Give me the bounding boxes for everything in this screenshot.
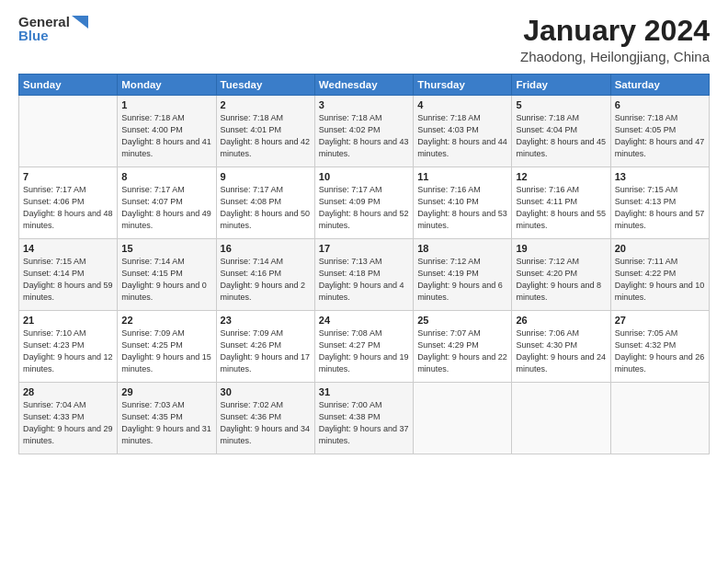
day-info: Sunrise: 7:14 AM Sunset: 4:15 PM Dayligh… xyxy=(121,256,211,304)
day-cell xyxy=(19,96,118,167)
day-info: Sunrise: 7:03 AM Sunset: 4:35 PM Dayligh… xyxy=(121,399,211,447)
day-info: Sunrise: 7:14 AM Sunset: 4:16 PM Dayligh… xyxy=(221,256,311,304)
day-cell: 19Sunrise: 7:12 AM Sunset: 4:20 PM Dayli… xyxy=(512,239,610,311)
week-row-1: 1Sunrise: 7:18 AM Sunset: 4:00 PM Daylig… xyxy=(19,96,710,167)
day-info: Sunrise: 7:17 AM Sunset: 4:09 PM Dayligh… xyxy=(319,184,409,232)
day-number: 26 xyxy=(516,315,606,326)
calendar-page: General Blue January 2024 Zhaodong, Heil… xyxy=(0,0,728,563)
day-number: 17 xyxy=(319,243,409,254)
logo: General Blue xyxy=(18,15,88,43)
month-title: January 2024 xyxy=(520,15,710,47)
day-cell: 30Sunrise: 7:02 AM Sunset: 4:36 PM Dayli… xyxy=(216,383,314,454)
day-info: Sunrise: 7:17 AM Sunset: 4:08 PM Dayligh… xyxy=(221,184,311,232)
title-block: January 2024 Zhaodong, Heilongjiang, Chi… xyxy=(520,15,710,64)
day-number: 22 xyxy=(121,315,211,326)
day-info: Sunrise: 7:09 AM Sunset: 4:25 PM Dayligh… xyxy=(121,327,211,375)
day-cell: 20Sunrise: 7:11 AM Sunset: 4:22 PM Dayli… xyxy=(610,239,709,311)
header-row: Sunday Monday Tuesday Wednesday Thursday… xyxy=(19,75,710,96)
day-cell: 21Sunrise: 7:10 AM Sunset: 4:23 PM Dayli… xyxy=(19,311,118,383)
day-number: 21 xyxy=(23,315,113,326)
day-info: Sunrise: 7:13 AM Sunset: 4:18 PM Dayligh… xyxy=(319,256,409,304)
week-row-3: 14Sunrise: 7:15 AM Sunset: 4:14 PM Dayli… xyxy=(19,239,710,311)
logo-container: General Blue xyxy=(18,15,88,43)
day-number: 16 xyxy=(221,243,311,254)
day-info: Sunrise: 7:04 AM Sunset: 4:33 PM Dayligh… xyxy=(23,399,113,447)
location-title: Zhaodong, Heilongjiang, China xyxy=(520,49,710,64)
day-info: Sunrise: 7:12 AM Sunset: 4:19 PM Dayligh… xyxy=(417,256,507,304)
col-saturday: Saturday xyxy=(610,75,709,96)
day-number: 25 xyxy=(417,315,507,326)
logo-blue: Blue xyxy=(18,29,49,44)
day-number: 3 xyxy=(319,99,409,110)
day-cell xyxy=(512,383,610,454)
day-cell: 2Sunrise: 7:18 AM Sunset: 4:01 PM Daylig… xyxy=(216,96,314,167)
day-number: 30 xyxy=(221,386,311,397)
day-info: Sunrise: 7:18 AM Sunset: 4:01 PM Dayligh… xyxy=(221,112,311,160)
day-number: 13 xyxy=(615,171,705,182)
col-friday: Friday xyxy=(512,75,610,96)
day-cell: 6Sunrise: 7:18 AM Sunset: 4:05 PM Daylig… xyxy=(610,96,709,167)
day-info: Sunrise: 7:08 AM Sunset: 4:27 PM Dayligh… xyxy=(319,327,409,375)
day-info: Sunrise: 7:18 AM Sunset: 4:03 PM Dayligh… xyxy=(417,112,507,160)
day-cell: 17Sunrise: 7:13 AM Sunset: 4:18 PM Dayli… xyxy=(314,239,413,311)
day-cell: 26Sunrise: 7:06 AM Sunset: 4:30 PM Dayli… xyxy=(512,311,610,383)
day-number: 23 xyxy=(221,315,311,326)
day-cell: 27Sunrise: 7:05 AM Sunset: 4:32 PM Dayli… xyxy=(610,311,709,383)
day-cell: 7Sunrise: 7:17 AM Sunset: 4:06 PM Daylig… xyxy=(19,167,118,239)
day-number: 14 xyxy=(23,243,113,254)
day-number: 19 xyxy=(516,243,606,254)
day-number: 5 xyxy=(516,99,606,110)
day-cell: 15Sunrise: 7:14 AM Sunset: 4:15 PM Dayli… xyxy=(118,239,216,311)
svg-marker-0 xyxy=(72,16,88,29)
week-row-4: 21Sunrise: 7:10 AM Sunset: 4:23 PM Dayli… xyxy=(19,311,710,383)
day-info: Sunrise: 7:17 AM Sunset: 4:06 PM Dayligh… xyxy=(23,184,113,232)
day-cell: 13Sunrise: 7:15 AM Sunset: 4:13 PM Dayli… xyxy=(610,167,709,239)
day-info: Sunrise: 7:17 AM Sunset: 4:07 PM Dayligh… xyxy=(121,184,211,232)
day-info: Sunrise: 7:02 AM Sunset: 4:36 PM Dayligh… xyxy=(221,399,311,447)
day-number: 10 xyxy=(319,171,409,182)
day-info: Sunrise: 7:15 AM Sunset: 4:13 PM Dayligh… xyxy=(615,184,705,232)
day-number: 27 xyxy=(615,315,705,326)
day-cell: 9Sunrise: 7:17 AM Sunset: 4:08 PM Daylig… xyxy=(216,167,314,239)
week-row-5: 28Sunrise: 7:04 AM Sunset: 4:33 PM Dayli… xyxy=(19,383,710,454)
col-monday: Monday xyxy=(118,75,216,96)
day-number: 8 xyxy=(121,171,211,182)
logo-triangle-icon xyxy=(72,16,88,29)
day-cell: 12Sunrise: 7:16 AM Sunset: 4:11 PM Dayli… xyxy=(512,167,610,239)
day-number: 6 xyxy=(615,99,705,110)
day-number: 2 xyxy=(221,99,311,110)
day-number: 20 xyxy=(615,243,705,254)
day-info: Sunrise: 7:06 AM Sunset: 4:30 PM Dayligh… xyxy=(516,327,606,375)
day-number: 1 xyxy=(121,99,211,110)
day-number: 24 xyxy=(319,315,409,326)
day-cell xyxy=(610,383,709,454)
day-info: Sunrise: 7:16 AM Sunset: 4:11 PM Dayligh… xyxy=(516,184,606,232)
day-number: 9 xyxy=(221,171,311,182)
day-cell: 29Sunrise: 7:03 AM Sunset: 4:35 PM Dayli… xyxy=(118,383,216,454)
day-number: 18 xyxy=(417,243,507,254)
day-cell: 4Sunrise: 7:18 AM Sunset: 4:03 PM Daylig… xyxy=(414,96,512,167)
day-cell: 18Sunrise: 7:12 AM Sunset: 4:19 PM Dayli… xyxy=(414,239,512,311)
day-cell: 25Sunrise: 7:07 AM Sunset: 4:29 PM Dayli… xyxy=(414,311,512,383)
day-info: Sunrise: 7:16 AM Sunset: 4:10 PM Dayligh… xyxy=(417,184,507,232)
day-info: Sunrise: 7:18 AM Sunset: 4:00 PM Dayligh… xyxy=(121,112,211,160)
day-cell: 16Sunrise: 7:14 AM Sunset: 4:16 PM Dayli… xyxy=(216,239,314,311)
day-number: 11 xyxy=(417,171,507,182)
day-number: 31 xyxy=(319,386,409,397)
day-info: Sunrise: 7:18 AM Sunset: 4:05 PM Dayligh… xyxy=(615,112,705,160)
day-number: 12 xyxy=(516,171,606,182)
day-cell: 10Sunrise: 7:17 AM Sunset: 4:09 PM Dayli… xyxy=(314,167,413,239)
day-info: Sunrise: 7:09 AM Sunset: 4:26 PM Dayligh… xyxy=(221,327,311,375)
day-cell: 8Sunrise: 7:17 AM Sunset: 4:07 PM Daylig… xyxy=(118,167,216,239)
day-cell: 23Sunrise: 7:09 AM Sunset: 4:26 PM Dayli… xyxy=(216,311,314,383)
day-cell: 5Sunrise: 7:18 AM Sunset: 4:04 PM Daylig… xyxy=(512,96,610,167)
day-info: Sunrise: 7:12 AM Sunset: 4:20 PM Dayligh… xyxy=(516,256,606,304)
day-info: Sunrise: 7:15 AM Sunset: 4:14 PM Dayligh… xyxy=(23,256,113,304)
day-cell: 1Sunrise: 7:18 AM Sunset: 4:00 PM Daylig… xyxy=(118,96,216,167)
day-info: Sunrise: 7:10 AM Sunset: 4:23 PM Dayligh… xyxy=(23,327,113,375)
header: General Blue January 2024 Zhaodong, Heil… xyxy=(18,15,710,64)
day-cell: 24Sunrise: 7:08 AM Sunset: 4:27 PM Dayli… xyxy=(314,311,413,383)
week-row-2: 7Sunrise: 7:17 AM Sunset: 4:06 PM Daylig… xyxy=(19,167,710,239)
day-number: 7 xyxy=(23,171,113,182)
day-number: 15 xyxy=(121,243,211,254)
